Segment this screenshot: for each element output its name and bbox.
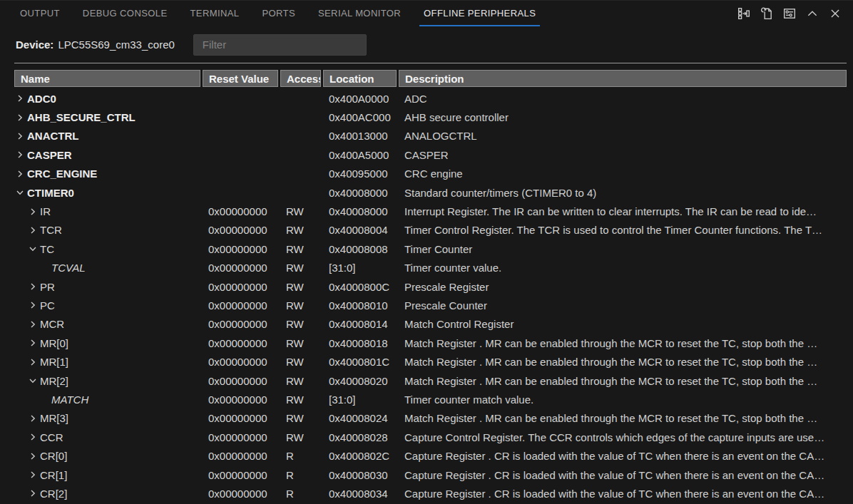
location-value: 0x4000801C	[323, 356, 397, 368]
tab-serial-monitor[interactable]: SERIAL MONITOR	[314, 1, 405, 26]
reset-value: 0x00000000	[203, 488, 278, 500]
register-name-cell: MATCH	[14, 394, 200, 406]
register-name-cell: IR	[14, 205, 200, 217]
panel-tabs: OUTPUT DEBUG CONSOLE TERMINAL PORTS SERI…	[16, 1, 554, 26]
location-value: 0x40008008	[323, 243, 397, 255]
table-row[interactable]: CASPER0x400A5000CASPER	[14, 145, 847, 164]
location-value: 0x4000800C	[323, 281, 397, 293]
panel-tab-bar: OUTPUT DEBUG CONSOLE TERMINAL PORTS SERI…	[0, 0, 853, 26]
description-text: Match Register . MR can be enabled throu…	[399, 412, 847, 424]
chevron-right-icon[interactable]	[29, 433, 37, 441]
location-value: [31:0]	[323, 262, 397, 274]
location-value: 0x40008020	[323, 375, 397, 387]
chevron-right-icon[interactable]	[29, 301, 37, 309]
register-name: AHB_SECURE_CTRL	[27, 111, 136, 123]
register-name-cell: CR[0]	[14, 450, 200, 462]
table-row[interactable]: CTIMER00x40008000Standard counter/timers…	[14, 183, 847, 202]
register-name: CR[1]	[40, 469, 67, 481]
table-row[interactable]: CR[2]0x00000000R0x40008034Capture Regist…	[14, 484, 847, 503]
tab-debug-console[interactable]: DEBUG CONSOLE	[78, 1, 172, 26]
tab-offline-peripherals[interactable]: OFFLINE PERIPHERALS	[419, 1, 540, 26]
chevron-right-icon[interactable]	[16, 94, 24, 103]
location-value: 0x40008004	[323, 224, 397, 236]
table-row[interactable]: MR[1]0x00000000RW0x4000801CMatch Registe…	[14, 352, 847, 371]
description-text: Timer counter value.	[399, 262, 847, 274]
reset-value: 0x00000000	[203, 469, 278, 481]
chevron-right-icon[interactable]	[16, 170, 24, 178]
location-value: 0x40008030	[323, 469, 397, 481]
table-row[interactable]: TCR0x00000000RW0x40008004Timer Control R…	[14, 221, 847, 240]
tab-terminal[interactable]: TERMINAL	[185, 1, 243, 26]
chevron-down-icon[interactable]	[16, 188, 24, 197]
table-row[interactable]: CCR0x00000000RW0x40008028Capture Control…	[14, 428, 847, 446]
table-row[interactable]: ADC00x400A0000ADC	[14, 89, 847, 108]
chevron-right-icon[interactable]	[29, 358, 37, 366]
location-value: 0x400AC000	[323, 111, 397, 123]
table-row[interactable]: CR[1]0x00000000R0x40008030Capture Regist…	[14, 466, 847, 484]
chevron-right-icon[interactable]	[29, 282, 37, 291]
chevron-down-icon[interactable]	[29, 245, 37, 253]
table-row[interactable]: ANACTRL0x40013000ANALOGCTRL	[14, 127, 847, 145]
register-name-cell: AHB_SECURE_CTRL	[14, 111, 200, 123]
chevron-down-icon[interactable]	[29, 376, 37, 385]
panel-maximize-icon[interactable]	[806, 7, 819, 20]
location-value: 0x40013000	[323, 130, 397, 142]
chevron-right-icon[interactable]	[29, 320, 37, 329]
export-registers-icon[interactable]	[737, 7, 750, 20]
description-text: Capture Control Register. The CCR contro…	[399, 431, 847, 443]
table-row[interactable]: TCVAL0x00000000RW[31:0]Timer counter val…	[14, 259, 847, 277]
filter-input[interactable]	[193, 34, 367, 56]
chevron-right-icon[interactable]	[16, 132, 24, 140]
table-row[interactable]: CR[0]0x00000000R0x4000802CCapture Regist…	[14, 446, 847, 465]
table-row[interactable]: MCR0x00000000RW0x40008014Match Control R…	[14, 315, 847, 334]
table-row[interactable]: MATCH0x00000000RW[31:0]Timer counter mat…	[14, 390, 847, 408]
table-row[interactable]: PC0x00000000RW0x40008010Prescale Counter	[14, 296, 847, 314]
table-row[interactable]: MR[3]0x00000000RW0x40008024Match Registe…	[14, 409, 847, 428]
tab-ports[interactable]: PORTS	[257, 1, 300, 26]
chevron-right-icon[interactable]	[29, 489, 37, 498]
column-header-location: Location	[323, 70, 397, 87]
description-text: Match Register . MR can be enabled throu…	[399, 337, 847, 349]
register-name: MR[1]	[40, 356, 68, 368]
table-row[interactable]: MR[0]0x00000000RW0x40008018Match Registe…	[14, 334, 847, 352]
register-name: PR	[40, 281, 55, 293]
description-text: CASPER	[399, 149, 847, 161]
chevron-right-icon[interactable]	[16, 150, 24, 159]
description-text: Prescale Register	[399, 281, 847, 293]
register-name-cell: MR[2]	[14, 375, 200, 387]
table-row[interactable]: MR[2]0x00000000RW0x40008020Match Registe…	[14, 371, 847, 390]
chevron-right-icon[interactable]	[29, 207, 37, 216]
description-text: ADC	[399, 93, 847, 105]
table-body: ADC00x400A0000ADCAHB_SECURE_CTRL0x400AC0…	[14, 89, 847, 504]
reset-value: 0x00000000	[203, 394, 278, 406]
chevron-right-icon[interactable]	[29, 452, 37, 461]
chevron-right-icon[interactable]	[29, 339, 37, 347]
description-text: Match Register . MR can be enabled throu…	[399, 356, 847, 368]
peripherals-view-icon[interactable]	[783, 7, 796, 20]
table-row[interactable]: IR0x00000000RW0x40008000Interrupt Regist…	[14, 202, 847, 220]
description-text: Capture Register . CR is loaded with the…	[399, 469, 847, 481]
chevron-right-icon[interactable]	[29, 226, 37, 235]
chevron-right-icon[interactable]	[29, 470, 37, 479]
chevron-right-icon[interactable]	[16, 113, 24, 122]
register-name-cell: TCVAL	[14, 262, 200, 274]
register-name-cell: CR[1]	[14, 469, 200, 481]
reset-value: 0x00000000	[203, 450, 278, 462]
register-name-cell: PR	[14, 281, 200, 293]
reload-file-icon[interactable]	[760, 7, 773, 20]
chevron-right-icon[interactable]	[29, 414, 37, 423]
column-header-name: Name	[14, 70, 200, 87]
register-name: MCR	[40, 318, 64, 330]
close-panel-icon[interactable]	[829, 7, 842, 20]
location-value: 0x400A0000	[323, 93, 397, 105]
tab-output[interactable]: OUTPUT	[16, 1, 64, 26]
access-value: RW	[280, 412, 321, 424]
table-row[interactable]: PR0x00000000RW0x4000800CPrescale Registe…	[14, 277, 847, 296]
register-name: MATCH	[51, 394, 88, 406]
register-name: PC	[40, 299, 55, 312]
device-label: Device:	[16, 38, 53, 51]
table-row[interactable]: CRC_ENGINE0x40095000CRC engine	[14, 165, 847, 183]
table-row[interactable]: TC0x00000000RW0x40008008Timer Counter	[14, 240, 847, 258]
register-name: MR[0]	[40, 337, 68, 349]
table-row[interactable]: AHB_SECURE_CTRL0x400AC000AHB secure cont…	[14, 108, 847, 126]
